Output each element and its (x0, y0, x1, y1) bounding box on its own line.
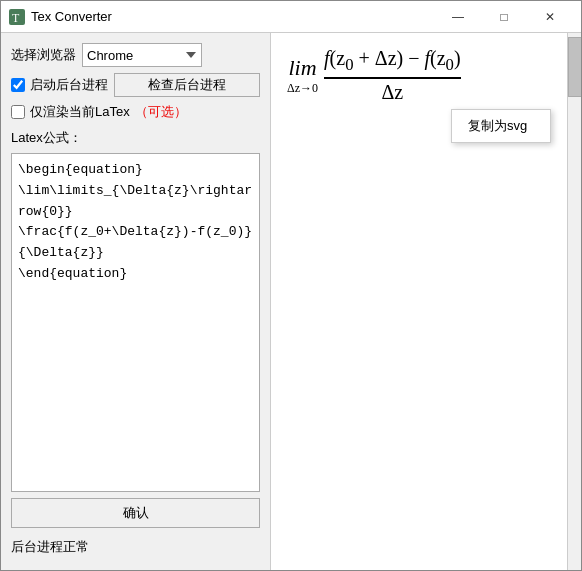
startup-checkbox[interactable] (11, 78, 25, 92)
latex-input[interactable]: \begin{equation} \lim\limits_{\Delta{z}\… (11, 153, 260, 492)
left-panel: 选择浏览器 Chrome Firefox Edge 启动后台进程 检查后台进程 … (1, 33, 271, 570)
svg-text:T: T (12, 11, 20, 25)
confirm-button[interactable]: 确认 (11, 498, 260, 528)
title-bar: T Tex Converter — □ ✕ (1, 1, 581, 33)
window-title: Tex Converter (31, 9, 435, 24)
formula-display: lim Δz→0 f(z0 + Δz) − f(z0) Δz (287, 47, 565, 104)
formula-area: lim Δz→0 f(z0 + Δz) − f(z0) Δz 复制为svg (271, 33, 581, 570)
lim-word: lim (288, 55, 316, 81)
startup-checkbox-row: 启动后台进程 (11, 76, 108, 94)
right-panel: lim Δz→0 f(z0 + Δz) − f(z0) Δz 复制为svg (271, 33, 581, 570)
limit-block: lim Δz→0 (287, 55, 318, 96)
scrollbar-thumb[interactable] (568, 37, 581, 97)
browser-row: 选择浏览器 Chrome Firefox Edge (11, 43, 260, 67)
copy-svg-menuitem[interactable]: 复制为svg (452, 112, 550, 140)
startup-label: 启动后台进程 (30, 76, 108, 94)
fraction-numerator: f(z0 + Δz) − f(z0) (324, 47, 461, 79)
latex-label: Latex公式： (11, 129, 260, 147)
only-render-checkbox[interactable] (11, 105, 25, 119)
only-render-label: 仅渲染当前LaTex (30, 103, 130, 121)
fraction-denominator: Δz (381, 79, 403, 104)
browser-label: 选择浏览器 (11, 46, 76, 64)
optional-label: （可选） (135, 103, 187, 121)
main-window: T Tex Converter — □ ✕ 选择浏览器 Chrome Firef… (0, 0, 582, 571)
browser-select[interactable]: Chrome Firefox Edge (82, 43, 202, 67)
window-controls: — □ ✕ (435, 1, 573, 33)
content-area: 选择浏览器 Chrome Firefox Edge 启动后台进程 检查后台进程 … (1, 33, 581, 570)
status-text: 后台进程正常 (11, 534, 260, 560)
lim-subscript: Δz→0 (287, 81, 318, 96)
startup-row: 启动后台进程 检查后台进程 (11, 73, 260, 97)
context-menu: 复制为svg (451, 109, 551, 143)
maximize-button[interactable]: □ (481, 1, 527, 33)
minimize-button[interactable]: — (435, 1, 481, 33)
only-render-row: 仅渲染当前LaTex （可选） (11, 103, 260, 121)
fraction-block: f(z0 + Δz) − f(z0) Δz (324, 47, 461, 104)
close-button[interactable]: ✕ (527, 1, 573, 33)
check-process-button[interactable]: 检查后台进程 (114, 73, 260, 97)
scrollbar-right[interactable] (567, 33, 581, 570)
app-icon: T (9, 9, 25, 25)
